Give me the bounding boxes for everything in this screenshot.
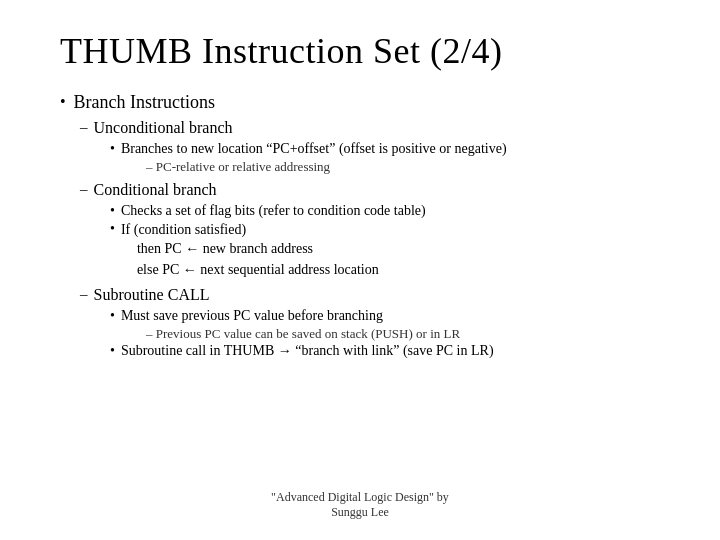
sub-dot-cond-1: • [110, 203, 115, 219]
indent-block: then PC ← new branch address else PC ← n… [137, 238, 379, 280]
sub-dot-cond-2: • [110, 221, 115, 237]
sub-label-sub-2: Subroutine call in THUMB → “branch with … [121, 343, 494, 359]
sub-sub-label-1: – PC-relative or relative addressing [146, 159, 330, 175]
main-bullet: • Branch Instructions [60, 92, 660, 113]
unconditional-label: Unconditional branch [94, 119, 233, 137]
main-bullet-label: Branch Instructions [74, 92, 215, 113]
sub-label-sub-1: Must save previous PC value before branc… [121, 308, 383, 324]
section-conditional: – Conditional branch • Checks a set of f… [80, 181, 660, 280]
sub-sub-label-sub-1: – Previous PC value can be saved on stac… [146, 326, 460, 342]
sub-label-cond-1: Checks a set of flag bits (refer to cond… [121, 203, 426, 219]
sub-dot-sub-1: • [110, 308, 115, 324]
dash-icon-2: – [80, 181, 88, 198]
sub-label-cond-2: If (condition satisfied) [121, 222, 246, 237]
dash-conditional: – Conditional branch [80, 181, 660, 199]
sub-bullets-unconditional: • Branches to new location “PC+offset” (… [110, 141, 660, 175]
sub-bullet-sub-2: • Subroutine call in THUMB → “branch wit… [110, 343, 660, 359]
dash-icon-1: – [80, 119, 88, 136]
sub-sub-subroutine: – Previous PC value can be saved on stac… [140, 326, 660, 342]
sub-bullets-subroutine: • Must save previous PC value before bra… [110, 308, 660, 359]
sub-bullet-sub-1: • Must save previous PC value before bra… [110, 308, 660, 324]
footer-line2: Sunggu Lee [60, 505, 660, 520]
conditional-label: Conditional branch [94, 181, 217, 199]
sub-dot-sub-2: • [110, 343, 115, 359]
indent-line-1: then PC ← new branch address [137, 238, 379, 259]
indent-line-2: else PC ← next sequential address locati… [137, 259, 379, 280]
sub-bullet-cond-2: • If (condition satisfied) then PC ← new… [110, 221, 660, 280]
subroutine-label: Subroutine CALL [94, 286, 210, 304]
footer: "Advanced Digital Logic Design" by Sungg… [60, 485, 660, 520]
section-subroutine: – Subroutine CALL • Must save previous P… [80, 286, 660, 359]
sub-bullets-conditional: • Checks a set of flag bits (refer to co… [110, 203, 660, 280]
dash-subroutine: – Subroutine CALL [80, 286, 660, 304]
sub-sub-unconditional: – PC-relative or relative addressing [140, 159, 660, 175]
sub-dot-1: • [110, 141, 115, 157]
slide-content: • Branch Instructions – Unconditional br… [60, 92, 660, 475]
footer-line1: "Advanced Digital Logic Design" by [60, 490, 660, 505]
cond-if-block: If (condition satisfied) then PC ← new b… [121, 221, 379, 280]
slide-title: THUMB Instruction Set (2/4) [60, 30, 660, 72]
sub-bullet-item-1: • Branches to new location “PC+offset” (… [110, 141, 660, 157]
sub-sub-item-sub-1: – Previous PC value can be saved on stac… [140, 326, 660, 342]
section-unconditional: – Unconditional branch • Branches to new… [80, 119, 660, 175]
slide: THUMB Instruction Set (2/4) • Branch Ins… [0, 0, 720, 540]
sub-sub-item-1: – PC-relative or relative addressing [140, 159, 660, 175]
sub-label-1: Branches to new location “PC+offset” (of… [121, 141, 507, 157]
dash-unconditional: – Unconditional branch [80, 119, 660, 137]
sub-bullet-cond-1: • Checks a set of flag bits (refer to co… [110, 203, 660, 219]
bullet-dot-main: • [60, 93, 66, 111]
dash-icon-3: – [80, 286, 88, 303]
